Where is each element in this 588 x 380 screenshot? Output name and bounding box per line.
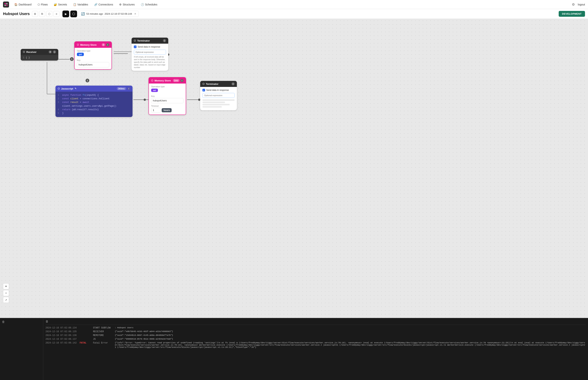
terminator-icon: ⬡: [134, 39, 136, 42]
js-line-4-num: 4: [58, 108, 61, 112]
nav-dashboard[interactable]: 🏠 Dashboard: [12, 2, 34, 7]
operation-badge-get[interactable]: get: [77, 53, 84, 56]
nav-variables[interactable]: 📋 Variables: [71, 2, 90, 7]
timestamp-bar[interactable]: 🔄 53 minutes ago 2024-12-16 07:02:09.144…: [79, 11, 139, 17]
log-type-5: Fatal Error: [93, 342, 112, 344]
key-label: Key: [77, 59, 109, 61]
zoom-in-button[interactable]: +: [3, 283, 9, 289]
timeout-input[interactable]: [151, 108, 160, 113]
logout-button[interactable]: logout: [578, 3, 585, 6]
trash-icon-right[interactable]: 🗑: [46, 320, 49, 323]
memory-store-bottom-info[interactable]: i: [180, 79, 183, 82]
nav-structures[interactable]: ⚙ Structures: [117, 2, 137, 7]
header-actions: ⚙ ⧉ ⬡ ≡: [32, 11, 59, 17]
js-title: Javascript: [61, 87, 73, 90]
receiver-info-icon[interactable]: i: [53, 50, 56, 54]
timestamp-date: 2024-12-16 07:02:09.144: [105, 12, 132, 15]
js-icon: ⬡: [58, 87, 60, 90]
nav-secrets[interactable]: 🔐 Secrets: [52, 2, 69, 7]
js-line-2-code: const client = connections.hsClient: [62, 97, 110, 101]
edit-icon[interactable]: ✎: [75, 87, 76, 90]
log-row-2: 2024-12-16 07:02:09.135 RECEIVER {"uuid"…: [46, 330, 586, 334]
memory-store-bottom-node: ⬡ Memory Store 1ms i Operation type set …: [148, 77, 186, 115]
play-button[interactable]: ▶: [62, 11, 69, 17]
js-line-1-code: async function fn(input0) {: [62, 94, 99, 97]
dashboard-icon: 🏠: [14, 3, 18, 6]
optional-expression-input[interactable]: [134, 50, 166, 55]
svg-rect-0: [4, 3, 6, 4]
nav-schedules[interactable]: 🕐 Schedules: [139, 2, 160, 7]
receiver-title: Receiver: [26, 51, 36, 54]
terminator-top-title: Terminator: [137, 39, 150, 42]
js-line-3-code: const result = await client.settings.use…: [62, 101, 130, 108]
send-data-checkbox[interactable]: [134, 45, 137, 48]
zoom-fit-button[interactable]: ⤢: [3, 297, 9, 303]
receiver-body: 1 { }: [21, 55, 58, 60]
config-button[interactable]: ≡: [53, 11, 59, 17]
memory-store-top-node: ⬡ Memory Store 0 i Operation type get OK…: [74, 41, 112, 70]
zoom-controls: + − ⤢: [3, 283, 9, 303]
operation-label: Operation type: [77, 50, 109, 52]
log-row-4: 2024-12-16 07:02:09.137 JS {"uuid":"9906…: [46, 337, 586, 341]
log-panel: 🗑 2024-12-16 07:02:09.134 START SUBFLOW …: [43, 318, 588, 380]
terminator-bottom-title: Terminator: [206, 83, 218, 85]
log-type-3: MEMSTORE: [93, 334, 112, 337]
nav-flows[interactable]: ⬡ Flows: [35, 2, 50, 7]
edge-badge-1: 1: [70, 57, 74, 61]
log-type-2: RECEIVER: [93, 330, 112, 333]
terminator-top-body: Send data in response If left empty, all…: [132, 44, 168, 71]
log-row-1: 2024-12-16 07:02:09.134 START SUBFLOW : …: [46, 326, 586, 330]
terminator-top-node: ⬡ Terminator i Send data in response If …: [132, 38, 168, 71]
flow-canvas[interactable]: ⬡ Receiver 0 i 1 { } 1 ⬡ Memory Store 0: [0, 19, 588, 318]
memory-store-bottom-icon: ⬡: [151, 79, 153, 82]
trash-icon-left[interactable]: 🗑: [2, 320, 5, 323]
js-header: ⬡ Javascript ✎ 343ms i: [55, 86, 133, 92]
js-line-4-code: return {a0:result?.results}: [62, 108, 99, 112]
key-input-bottom[interactable]: [151, 98, 183, 103]
log-type-1: START SUBFLOW: [93, 326, 112, 329]
app-logo[interactable]: [3, 1, 9, 7]
dev-button[interactable]: DEVELOPMENT: [559, 11, 585, 17]
send-data-checkbox-2[interactable]: [202, 89, 205, 92]
operation-badge-set[interactable]: set: [151, 89, 158, 92]
hours-badge[interactable]: hours: [162, 108, 172, 112]
duplicate-button[interactable]: ⬡: [46, 11, 52, 17]
nav-connections[interactable]: 🔗 Connections: [92, 2, 115, 7]
line-code: { }: [26, 57, 30, 59]
log-message-3: {"uuid":"15d44b13-0897-4145-ab8a-d040b9e…: [115, 334, 586, 336]
diff-button[interactable]: ⬡: [70, 11, 77, 17]
js-info-icon[interactable]: i: [127, 87, 130, 90]
svg-rect-2: [4, 5, 6, 6]
terminator-bottom-info[interactable]: i: [232, 82, 235, 85]
js-line-2-num: 2: [58, 97, 61, 101]
js-body: 1 async function fn(input0) { 2 const cl…: [55, 92, 133, 117]
page-title: Hubspot Users: [3, 12, 30, 16]
terminator-bottom-node: ⬡ Terminator i Send data in response: [200, 81, 237, 110]
schedules-icon: 🕐: [141, 3, 144, 6]
bottom-left-panel: 🗑: [0, 318, 43, 380]
close-icon[interactable]: ✕: [134, 12, 136, 15]
log-timestamp-3: 2024-12-16 07:02:09.136: [46, 334, 77, 337]
log-timestamp-1: 2024-12-16 07:02:09.134: [46, 326, 77, 329]
settings-button[interactable]: ⚙: [32, 11, 38, 17]
log-timestamp-2: 2024-12-16 07:02:09.135: [46, 330, 77, 333]
svg-rect-1: [6, 3, 7, 4]
memory-store-top-info[interactable]: i: [106, 43, 109, 46]
svg-rect-3: [6, 5, 7, 6]
optional-expression-input-2[interactable]: [202, 93, 235, 98]
terminator-bottom-body: Send data in response: [200, 87, 237, 110]
copy-button[interactable]: ⧉: [39, 11, 45, 17]
hint-text: If left empty, all received data will be…: [134, 56, 166, 69]
terminator-top-info[interactable]: i: [163, 39, 166, 42]
key-input-top[interactable]: [77, 62, 109, 67]
receiver-node: ⬡ Receiver 0 i 1 { }: [21, 49, 58, 60]
receiver-header: ⬡ Receiver 0 i: [21, 49, 58, 55]
timeout-label: Timeout: [151, 105, 183, 107]
javascript-node: ⬡ Javascript ✎ 343ms i 1 async function …: [55, 86, 133, 117]
edge-badge-bottom: 1: [86, 79, 89, 82]
settings-icon[interactable]: ⚙: [570, 1, 576, 8]
flows-icon: ⬡: [37, 3, 40, 6]
structures-icon: ⚙: [119, 3, 122, 6]
zoom-out-button[interactable]: −: [3, 290, 9, 296]
memory-store-top-header: ⬡ Memory Store 0 i: [75, 42, 111, 48]
